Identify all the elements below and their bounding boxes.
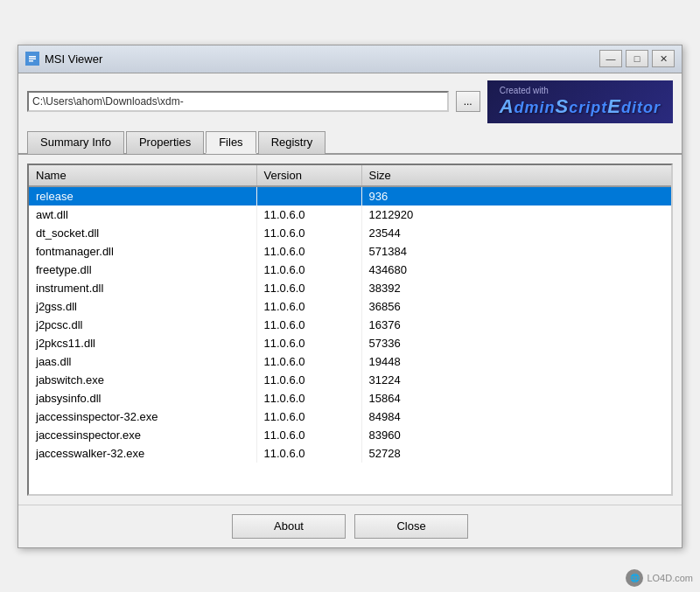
col-header-size: Size: [361, 165, 671, 186]
cell-version: 11.0.6.0: [256, 334, 361, 352]
table-row[interactable]: freetype.dll11.0.6.0434680: [29, 261, 671, 279]
cell-size: 31224: [361, 371, 671, 389]
cell-version: 11.0.6.0: [256, 389, 361, 407]
cell-size: 52728: [361, 444, 671, 463]
cell-version: 11.0.6.0: [256, 352, 361, 371]
cell-version: 11.0.6.0: [256, 426, 361, 444]
cell-size: 1212920: [361, 205, 671, 224]
table-row[interactable]: jaccesswalker-32.exe11.0.6.052728: [29, 444, 671, 463]
title-bar: MSI Viewer — □ ✕: [18, 45, 682, 73]
cell-name: jabsysinfo.dll: [29, 389, 256, 407]
maximize-button[interactable]: □: [626, 50, 648, 67]
cell-version: 11.0.6.0: [256, 205, 361, 224]
footer: About Close: [18, 505, 682, 547]
cell-version: [256, 186, 361, 205]
logo-title-text: AdminScriptEditor: [500, 95, 661, 118]
cell-size: 84984: [361, 407, 671, 426]
cell-size: 16376: [361, 316, 671, 334]
cell-size: 36856: [361, 297, 671, 316]
cell-size: 15864: [361, 389, 671, 407]
table-row[interactable]: release936: [29, 186, 671, 205]
cell-version: 11.0.6.0: [256, 371, 361, 389]
table-row[interactable]: dt_socket.dll11.0.6.023544: [29, 224, 671, 242]
toolbar: ... Created with AdminScriptEditor: [18, 73, 682, 130]
cell-name: jabswitch.exe: [29, 371, 256, 389]
cell-version: 11.0.6.0: [256, 224, 361, 242]
cell-name: instrument.dll: [29, 279, 256, 297]
window-controls: — □ ✕: [599, 50, 675, 67]
table-row[interactable]: awt.dll11.0.6.01212920: [29, 205, 671, 224]
cell-version: 11.0.6.0: [256, 279, 361, 297]
watermark-icon: 🌐: [626, 569, 643, 587]
cell-size: 23544: [361, 224, 671, 242]
cell-name: freetype.dll: [29, 261, 256, 279]
tab-registry[interactable]: Registry: [258, 131, 326, 154]
app-icon: [25, 52, 39, 66]
cell-version: 11.0.6.0: [256, 242, 361, 261]
tab-bar: Summary Info Properties Files Registry: [18, 130, 682, 155]
cell-name: j2pkcs11.dll: [29, 334, 256, 352]
table-row[interactable]: j2pcsc.dll11.0.6.016376: [29, 316, 671, 334]
minimize-button[interactable]: —: [599, 50, 622, 67]
svg-rect-2: [29, 59, 36, 60]
cell-size: 936: [361, 186, 671, 205]
main-window: MSI Viewer — □ ✕ ... Created with AdminS…: [18, 45, 682, 548]
table-row[interactable]: instrument.dll11.0.6.038392: [29, 279, 671, 297]
cell-version: 11.0.6.0: [256, 407, 361, 426]
files-table: Name Version Size release936awt.dll11.0.…: [29, 165, 671, 463]
table-row[interactable]: j2pkcs11.dll11.0.6.057336: [29, 334, 671, 352]
cell-size: 571384: [361, 242, 671, 261]
cell-name: j2gss.dll: [29, 297, 256, 316]
close-window-button[interactable]: ✕: [652, 50, 675, 67]
files-table-container[interactable]: Name Version Size release936awt.dll11.0.…: [27, 164, 673, 496]
tab-files[interactable]: Files: [206, 131, 256, 154]
watermark-text: LO4D.com: [647, 573, 693, 583]
cell-version: 11.0.6.0: [256, 444, 361, 463]
table-row[interactable]: j2gss.dll11.0.6.036856: [29, 297, 671, 316]
cell-size: 38392: [361, 279, 671, 297]
close-button[interactable]: Close: [354, 514, 468, 539]
cell-version: 11.0.6.0: [256, 261, 361, 279]
cell-name: jaas.dll: [29, 352, 256, 371]
table-row[interactable]: fontmanager.dll11.0.6.0571384: [29, 242, 671, 261]
tab-summary-info[interactable]: Summary Info: [27, 131, 124, 154]
cell-name: j2pcsc.dll: [29, 316, 256, 334]
watermark: 🌐 LO4D.com: [626, 569, 693, 587]
table-row[interactable]: jabsysinfo.dll11.0.6.015864: [29, 389, 671, 407]
svg-rect-3: [29, 60, 33, 62]
cell-name: jaccessinspector.exe: [29, 426, 256, 444]
cell-version: 11.0.6.0: [256, 297, 361, 316]
table-body: release936awt.dll11.0.6.01212920dt_socke…: [29, 186, 671, 463]
title-left: MSI Viewer: [25, 52, 102, 66]
logo-area: Created with AdminScriptEditor: [487, 80, 673, 123]
cell-size: 57336: [361, 334, 671, 352]
table-header-row: Name Version Size: [29, 165, 671, 186]
table-row[interactable]: jabswitch.exe11.0.6.031224: [29, 371, 671, 389]
path-input[interactable]: [27, 91, 449, 112]
cell-name: fontmanager.dll: [29, 242, 256, 261]
main-content: Name Version Size release936awt.dll11.0.…: [18, 155, 682, 505]
table-row[interactable]: jaccessinspector-32.exe11.0.6.084984: [29, 407, 671, 426]
logo-created-text: Created with: [500, 86, 549, 95]
svg-rect-1: [29, 56, 36, 58]
cell-name: jaccesswalker-32.exe: [29, 444, 256, 463]
tab-properties[interactable]: Properties: [126, 131, 204, 154]
cell-version: 11.0.6.0: [256, 316, 361, 334]
cell-name: dt_socket.dll: [29, 224, 256, 242]
cell-name: awt.dll: [29, 205, 256, 224]
browse-button[interactable]: ...: [456, 91, 480, 112]
about-button[interactable]: About: [232, 514, 346, 539]
cell-size: 434680: [361, 261, 671, 279]
cell-size: 83960: [361, 426, 671, 444]
table-row[interactable]: jaas.dll11.0.6.019448: [29, 352, 671, 371]
col-header-name: Name: [29, 165, 256, 186]
window-title: MSI Viewer: [45, 52, 102, 66]
table-row[interactable]: jaccessinspector.exe11.0.6.083960: [29, 426, 671, 444]
col-header-version: Version: [256, 165, 361, 186]
cell-name: release: [29, 186, 256, 205]
cell-size: 19448: [361, 352, 671, 371]
cell-name: jaccessinspector-32.exe: [29, 407, 256, 426]
